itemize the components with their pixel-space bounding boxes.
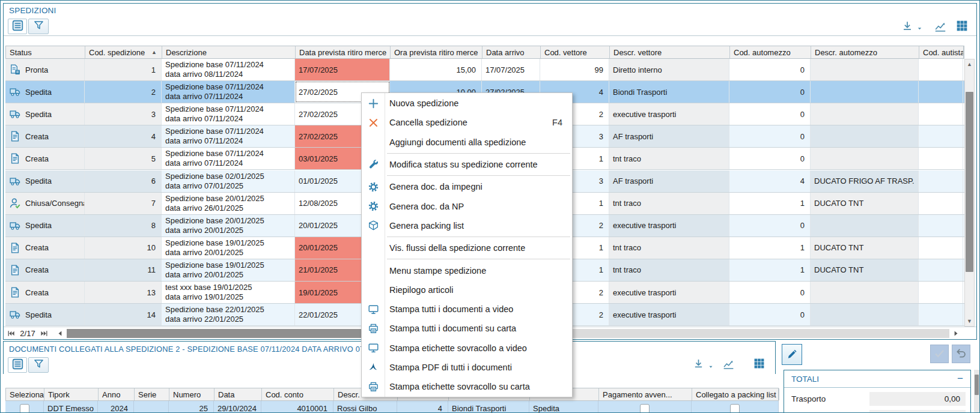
column-header-cod-autista[interactable]: Cod. autista bbox=[919, 46, 964, 58]
menu-item-stampa-tutti-i-documenti-a-video[interactable]: Stampa tutti i documenti a video bbox=[362, 300, 572, 319]
column-header-ora-prevista-ritiro-merce[interactable]: Ora prevista ritiro merce bbox=[391, 46, 482, 58]
column-header-serie[interactable]: Serie bbox=[135, 388, 169, 400]
last-page-button[interactable] bbox=[39, 330, 49, 337]
totali-value-field[interactable]: 0,00 bbox=[869, 410, 966, 413]
menu-item-menu-stampe-spedizione[interactable]: Menu stampe spedizione bbox=[362, 261, 572, 280]
menu-item-stampa-etichette-sovracollo-su-carta[interactable]: Stampa etichette sovracollo su carta bbox=[362, 377, 572, 396]
scroll-left-button[interactable] bbox=[55, 330, 65, 337]
scroll-right-button[interactable] bbox=[951, 330, 961, 337]
cell-cod-automezzo: 1 bbox=[729, 259, 811, 281]
grid-view-button[interactable] bbox=[956, 20, 968, 34]
cell-cod-automezzo: 0 bbox=[729, 282, 811, 303]
column-header-cod-spedizione[interactable]: Cod. spedizione▲ bbox=[85, 46, 162, 58]
chart-view-button[interactable] bbox=[722, 358, 735, 372]
first-page-button[interactable] bbox=[6, 330, 16, 337]
cell-status: Spedita bbox=[529, 401, 598, 413]
cell-descr-vettore: tnt traco bbox=[609, 237, 729, 259]
filter-button[interactable] bbox=[28, 357, 49, 373]
download-caret-button[interactable] bbox=[708, 363, 714, 372]
context-menu: Nuova spedizioneCancella spedizioneF4Agg… bbox=[361, 92, 573, 397]
page-position: 2/17 bbox=[19, 329, 37, 338]
menu-item-stampa-pdf-di-tutti-i-documenti[interactable]: Stampa PDF di tutti i documenti bbox=[362, 358, 572, 377]
edit-button[interactable] bbox=[782, 344, 802, 365]
column-header-data-arrivo[interactable]: Data arrivo bbox=[482, 46, 541, 58]
checkbox[interactable] bbox=[20, 404, 29, 413]
chart-view-button[interactable] bbox=[934, 20, 947, 35]
cell-cod-autista bbox=[919, 125, 963, 147]
totali-row-imballo: Imballo 0,00 bbox=[784, 408, 970, 413]
menu-item-genera-doc-da-np[interactable]: Genera doc. da NP bbox=[362, 196, 572, 216]
cell-descrizione: Spedizione base 22/01/2025data arrivo 22… bbox=[162, 304, 295, 325]
totali-scrollbar[interactable] bbox=[974, 370, 979, 413]
grid-icon-button[interactable] bbox=[753, 358, 765, 371]
menu-item-cancella-spedizione[interactable]: Cancella spedizioneF4 bbox=[362, 113, 572, 132]
column-header-collegato-a-packing-list[interactable]: Collegato a packing list bbox=[692, 388, 779, 400]
menu-item-genera-doc-da-impegni[interactable]: Genera doc. da impegni bbox=[362, 177, 572, 196]
column-header-numero[interactable]: Numero bbox=[169, 388, 215, 400]
minimize-button[interactable]: − bbox=[957, 373, 963, 385]
column-header-descrizione[interactable]: Descrizione bbox=[162, 46, 296, 58]
menu-item-stampa-tutti-i-documenti-su-carta[interactable]: Stampa tutti i documenti su carta bbox=[362, 319, 572, 338]
cell-serie bbox=[134, 401, 169, 413]
menu-item-vis-flussi-della-spedizione-corrente[interactable]: Vis. flussi della spedizione corrente bbox=[362, 238, 572, 258]
menu-item-aggiungi-documenti-alla-spedizione[interactable]: Aggiungi documenti alla spedizione bbox=[362, 133, 572, 152]
cell-status: Creata bbox=[5, 125, 85, 147]
checkbox[interactable] bbox=[640, 404, 650, 413]
column-header-cod-automezzo[interactable]: Cod. automezzo bbox=[730, 46, 811, 58]
vertical-scroll-thumb[interactable] bbox=[966, 92, 973, 272]
document-row[interactable]: DDT Emesso20242529/10/20244010001Rossi G… bbox=[5, 401, 779, 413]
column-header-data[interactable]: Data bbox=[215, 388, 262, 400]
scroll-down-button[interactable]: ▼ bbox=[965, 316, 974, 326]
cell-status: Creata bbox=[5, 259, 85, 281]
cell-cod-autista bbox=[919, 304, 963, 325]
scroll-up-button[interactable]: ▲ bbox=[965, 59, 974, 69]
list-view-button[interactable] bbox=[8, 357, 27, 373]
cell-status: Spedita bbox=[5, 81, 85, 103]
cell-descrizione: test xxx base 19/01/2025data arrivo 19/0… bbox=[162, 282, 295, 303]
menu-item-genera-packing-list[interactable]: Genera packing list bbox=[362, 216, 572, 235]
cell-anno: 2024 bbox=[98, 401, 134, 413]
spedizioni-toolbar bbox=[4, 17, 976, 36]
totali-value-field[interactable]: 0,00 bbox=[869, 392, 966, 406]
column-header-tipork[interactable]: Tipork bbox=[44, 388, 99, 400]
cell-cod-autista bbox=[919, 170, 963, 192]
column-header-status[interactable]: Status bbox=[6, 46, 85, 58]
export-download-button[interactable] bbox=[901, 20, 914, 35]
download-caret-button[interactable] bbox=[916, 25, 923, 34]
column-header-descr-vettore[interactable]: Descr. vettore bbox=[610, 46, 730, 58]
menu-item-modifica-status-su-spedizione-corrente[interactable]: Modifica status su spedizione corrente bbox=[362, 155, 572, 174]
menu-item-label: Stampa etichette sovracollo su carta bbox=[385, 382, 530, 391]
column-header-seleziona[interactable]: Seleziona bbox=[6, 388, 44, 400]
filter-button[interactable] bbox=[28, 19, 49, 34]
cell-descr-automezzo bbox=[811, 148, 919, 169]
cell-descr-automezzo bbox=[811, 103, 919, 125]
cell-cod-autista bbox=[919, 81, 963, 103]
delete-x-icon bbox=[362, 117, 385, 128]
gear-icon bbox=[362, 200, 385, 212]
cell-pagamento bbox=[598, 401, 692, 413]
list-view-button[interactable] bbox=[8, 19, 27, 34]
column-header-data-prevista-ritiro-merce[interactable]: Data prevista ritiro merce bbox=[296, 46, 391, 58]
totali-scroll-thumb[interactable] bbox=[975, 375, 979, 395]
column-header-descr-automezzo[interactable]: Descr. automezzo bbox=[811, 46, 919, 58]
cell-descrizione: Spedizione base 07/11/2024data arrivo 07… bbox=[162, 103, 295, 125]
vertical-scrollbar[interactable]: ▲ ▼ bbox=[964, 59, 975, 327]
checkbox[interactable] bbox=[730, 404, 740, 413]
menu-item-nuova-spedizione[interactable]: Nuova spedizione bbox=[362, 94, 572, 113]
menu-shortcut: F4 bbox=[552, 118, 572, 127]
menu-item-riepilogo-articoli[interactable]: Riepilogo articoli bbox=[362, 280, 572, 300]
menu-item-stampa-etichette-sovracollo-a-video[interactable]: Stampa etichette sovracollo a video bbox=[362, 339, 572, 358]
menu-item-label: Modifica status su spedizione corrente bbox=[385, 160, 538, 169]
cell-descrizione: Spedizione base 02/01/2025data arrivo 07… bbox=[162, 170, 295, 192]
column-header-cod-vettore[interactable]: Cod. vettore bbox=[541, 46, 610, 58]
horizontal-scroll-thumb[interactable] bbox=[67, 329, 367, 338]
confirm-button[interactable] bbox=[930, 345, 949, 363]
column-header-anno[interactable]: Anno bbox=[99, 388, 135, 400]
undo-button[interactable] bbox=[952, 345, 970, 363]
column-header-pagamento-avven[interactable]: Pagamento avven... bbox=[599, 388, 692, 400]
shipment-row-1[interactable]: Pronta1Spedizione base 07/11/2024data ar… bbox=[5, 59, 964, 81]
menu-item-label: Stampa tutti i documenti a video bbox=[385, 304, 513, 314]
cell-descr-vettore: Diretto interno bbox=[609, 59, 729, 80]
column-header-cod-conto[interactable]: Cod. conto bbox=[262, 388, 334, 400]
export-download-button[interactable] bbox=[692, 358, 705, 372]
